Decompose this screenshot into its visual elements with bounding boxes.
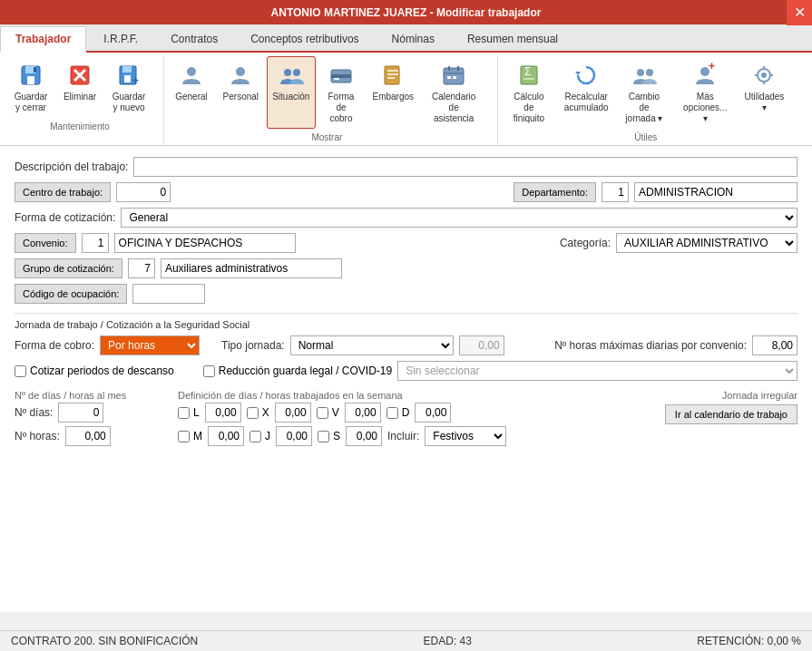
categoria-select[interactable]: AUXILIAR ADMINISTRATIVO	[616, 233, 797, 253]
definicion-semana-section: Definición de días / horas trabajados en…	[178, 390, 634, 446]
convenio-name[interactable]	[114, 233, 296, 253]
reduccion-checkbox[interactable]	[203, 365, 215, 377]
jornada-section-title: Jornada de trabajo / Cotización a la Seg…	[15, 313, 797, 330]
codigo-ocupacion-input[interactable]	[132, 284, 205, 304]
eliminar-button[interactable]: Eliminar	[56, 56, 103, 118]
convenio-num[interactable]	[82, 233, 109, 253]
day-X-input[interactable]	[275, 403, 311, 423]
day-V-check[interactable]	[317, 407, 328, 419]
main-content: Descripción del trabajo: Centro de traba…	[0, 146, 812, 612]
tab-conceptos[interactable]: Conceptos retributivos	[235, 26, 374, 51]
day-M-input[interactable]	[208, 426, 244, 446]
day-S-check[interactable]	[318, 431, 329, 442]
svg-point-14	[293, 69, 300, 76]
descripcion-input[interactable]	[133, 157, 797, 177]
recalcular-label: Recalcularacumulado	[564, 92, 609, 113]
codigo-ocupacion-button[interactable]: Código de ocupación:	[15, 284, 127, 304]
utilidades-button[interactable]: Utilidades▾	[739, 56, 790, 129]
centro-trabajo-button[interactable]: Centro de trabajo:	[15, 182, 111, 202]
num-horas-input[interactable]	[65, 426, 111, 446]
general-icon	[177, 61, 206, 90]
tab-contratos[interactable]: Contratos	[155, 26, 233, 51]
day-M-checkbox[interactable]: M	[178, 430, 202, 442]
day-V-input[interactable]	[345, 403, 381, 423]
day-J-input[interactable]	[276, 426, 312, 446]
num-dias-input[interactable]	[58, 403, 103, 423]
day-S-input[interactable]	[346, 426, 382, 446]
day-V-checkbox[interactable]: V	[317, 406, 339, 419]
mas-opciones-button[interactable]: + Másopciones... ▾	[674, 56, 737, 129]
svg-rect-26	[447, 76, 451, 79]
reduccion-checkbox-label[interactable]: Reducción guarda legal / COVID-19	[203, 364, 392, 377]
embargos-icon	[378, 61, 407, 90]
horas-value-input[interactable]	[459, 335, 504, 355]
centro-trabajo-input[interactable]	[116, 182, 171, 202]
tipo-jornada-select[interactable]: Normal	[290, 335, 454, 355]
num-horas-label: Nº horas:	[15, 430, 60, 442]
cambio-jornada-button[interactable]: Cambio dejornada ▾	[616, 56, 672, 129]
day-M-check[interactable]	[178, 431, 190, 442]
eliminar-icon	[65, 61, 94, 90]
calculo-finiquito-button[interactable]: Σ Cálculo definiquito	[502, 56, 556, 129]
convenio-button[interactable]: Convenio:	[15, 233, 76, 253]
calendario-icon	[439, 61, 468, 90]
grupo-num[interactable]	[128, 258, 155, 278]
day-D-checkbox[interactable]: D	[386, 406, 410, 419]
cotizar-checkbox[interactable]	[15, 365, 26, 377]
grupo-name[interactable]	[161, 258, 342, 278]
day-D-input[interactable]	[415, 403, 451, 423]
day-L-checkbox[interactable]: L	[178, 406, 200, 419]
close-button[interactable]: ✕	[787, 0, 812, 25]
departamento-num-input[interactable]	[602, 182, 629, 202]
situacion-label: Situación	[272, 92, 309, 102]
svg-rect-8	[122, 66, 132, 73]
mostrar-label: Mostrar	[168, 131, 486, 145]
svg-point-37	[761, 73, 767, 78]
personal-button[interactable]: Personal	[217, 56, 265, 129]
cotizar-text: Cotizar periodos de descanso	[30, 364, 174, 377]
descripcion-row: Descripción del trabajo:	[15, 157, 797, 177]
day-S-checkbox[interactable]: S	[318, 430, 340, 442]
situacion-button[interactable]: Situación	[267, 56, 316, 129]
reduccion-select[interactable]: Sin seleccionar	[397, 361, 797, 381]
svg-rect-9	[124, 75, 131, 83]
guardar-nuevo-button[interactable]: + Guardary nuevo	[105, 56, 152, 118]
grupo-cotizacion-button[interactable]: Grupo de cotización:	[15, 258, 122, 278]
departamento-button[interactable]: Departamento:	[514, 182, 596, 202]
tab-resumen[interactable]: Resumen mensual	[452, 26, 573, 51]
day-L-check[interactable]	[178, 407, 190, 419]
guardar-cerrar-button[interactable]: Guardary cerrar	[7, 56, 54, 118]
forma-cobro-button[interactable]: Formade cobro	[318, 56, 365, 129]
svg-marker-31	[575, 72, 581, 75]
day-D-check[interactable]	[386, 407, 398, 419]
svg-rect-3	[34, 67, 36, 73]
day-J-checkbox[interactable]: J	[249, 430, 270, 442]
calculo-finiquito-label: Cálculo definiquito	[508, 92, 550, 124]
guardar-nuevo-label: Guardary nuevo	[113, 92, 146, 113]
cotizar-checkbox-label[interactable]: Cotizar periodos de descanso	[15, 364, 174, 377]
forma-cobro-label: Forma de cobro:	[15, 339, 94, 352]
general-button[interactable]: General	[168, 56, 215, 129]
incluir-select[interactable]: Festivos Laborables Todos	[425, 426, 506, 446]
tab-trabajador[interactable]: Trabajador	[0, 26, 86, 53]
day-X-checkbox[interactable]: X	[247, 406, 269, 419]
forma-cotizacion-select[interactable]: General	[121, 208, 797, 228]
day-J-check[interactable]	[249, 431, 261, 442]
horas-max-input[interactable]	[752, 335, 797, 355]
embargos-button[interactable]: Embargos	[367, 56, 420, 129]
tab-irpf[interactable]: I.R.P.F.	[88, 26, 153, 51]
reduccion-text: Reducción guarda legal / COVID-19	[219, 364, 392, 377]
svg-rect-16	[331, 74, 351, 78]
day-L-input[interactable]	[205, 403, 241, 423]
calendar-work-button[interactable]: Ir al calendario de trabajo	[665, 404, 797, 424]
tab-nominas[interactable]: Nóminas	[377, 26, 450, 51]
num-dias-label: Nº días:	[15, 406, 53, 419]
utilidades-label: Utilidades▾	[744, 92, 784, 113]
departamento-name-input[interactable]	[634, 182, 797, 202]
ribbon-section-mantenimiento: Guardary cerrar Eliminar + Guardary nuev…	[7, 56, 164, 145]
retencion-info: RETENCIÓN: 0,00 %	[697, 635, 801, 647]
calendario-button[interactable]: Calendariode asistencia	[422, 56, 486, 129]
day-X-check[interactable]	[247, 407, 259, 419]
recalcular-button[interactable]: Recalcularacumulado	[558, 56, 614, 129]
forma-cobro-select[interactable]: Por horas	[100, 335, 200, 355]
